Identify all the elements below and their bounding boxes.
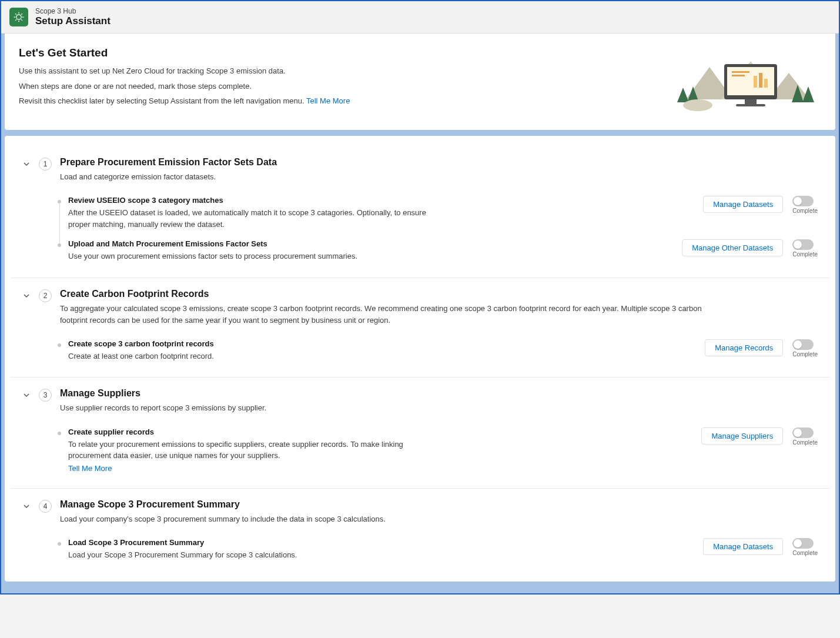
toggle-label: Complete bbox=[792, 550, 818, 556]
step-1: 1 Prepare Procurement Emission Factor Se… bbox=[11, 146, 829, 278]
intro-line1: Use this assistant to set up Net Zero Cl… bbox=[19, 65, 350, 77]
substep-title: Create scope 3 carbon footprint records bbox=[68, 339, 444, 348]
step-number: 3 bbox=[39, 389, 52, 402]
chevron-down-icon[interactable] bbox=[22, 160, 31, 168]
app-frame: Scope 3 Hub Setup Assistant Let's Get St… bbox=[0, 0, 840, 594]
complete-toggle[interactable] bbox=[792, 427, 814, 438]
substep-desc: Load your Scope 3 Procurement Summary fo… bbox=[68, 549, 444, 561]
toggle-label: Complete bbox=[792, 251, 818, 258]
toggle-label: Complete bbox=[792, 208, 818, 214]
substep-desc: Use your own procurement emissions facto… bbox=[68, 250, 444, 262]
step-desc: Load your company's scope 3 procurement … bbox=[60, 513, 386, 525]
substep-title: Upload and Match Procurement Emissions F… bbox=[68, 239, 444, 248]
header-subtitle: Scope 3 Hub bbox=[35, 7, 111, 15]
substep-title: Load Scope 3 Procurement Summary bbox=[68, 538, 444, 547]
intro-heading: Let's Get Started bbox=[19, 46, 350, 59]
svg-rect-15 bbox=[764, 79, 768, 88]
header-text: Scope 3 Hub Setup Assistant bbox=[35, 7, 111, 27]
step-number: 4 bbox=[39, 500, 52, 513]
svg-rect-16 bbox=[745, 99, 757, 104]
step-desc: To aggregate your calculated scope 3 emi… bbox=[60, 303, 712, 326]
substep-dot bbox=[58, 343, 61, 347]
substep-desc: Create at least one carbon footprint rec… bbox=[68, 350, 444, 362]
svg-point-0 bbox=[16, 15, 21, 19]
svg-marker-4 bbox=[677, 88, 689, 102]
intro-text: Let's Get Started Use this assistant to … bbox=[19, 46, 350, 117]
substep: Create supplier records To relate your p… bbox=[58, 423, 818, 477]
manage-datasets-button[interactable]: Manage Datasets bbox=[703, 196, 783, 213]
svg-point-8 bbox=[683, 99, 712, 111]
substep: Upload and Match Procurement Emissions F… bbox=[58, 235, 818, 267]
intro-illustration bbox=[668, 46, 821, 117]
content-area: Let's Get Started Use this assistant to … bbox=[1, 34, 839, 593]
svg-rect-17 bbox=[736, 104, 765, 106]
svg-rect-12 bbox=[732, 75, 745, 76]
step-title: Manage Scope 3 Procurement Summary bbox=[60, 499, 386, 510]
manage-suppliers-button[interactable]: Manage Suppliers bbox=[701, 427, 783, 445]
chevron-down-icon[interactable] bbox=[22, 502, 31, 510]
steps-card: 1 Prepare Procurement Emission Factor Se… bbox=[5, 136, 835, 582]
substep-dot bbox=[58, 243, 61, 247]
tell-me-more-link[interactable]: Tell Me More bbox=[68, 464, 112, 473]
manage-other-datasets-button[interactable]: Manage Other Datasets bbox=[682, 239, 783, 256]
toggle-label: Complete bbox=[792, 351, 818, 358]
intro-line3: Revisit this checklist later by selectin… bbox=[19, 95, 350, 107]
app-icon bbox=[9, 8, 28, 26]
step-title: Manage Suppliers bbox=[60, 388, 266, 399]
chevron-down-icon[interactable] bbox=[22, 391, 31, 399]
step-number: 2 bbox=[39, 289, 52, 302]
header-title: Setup Assistant bbox=[35, 15, 111, 27]
toggle-label: Complete bbox=[792, 439, 818, 446]
step-2: 2 Create Carbon Footprint Records To agg… bbox=[11, 278, 829, 378]
substep: Review USEEIO scope 3 category matches A… bbox=[58, 191, 818, 235]
manage-datasets-button[interactable]: Manage Datasets bbox=[703, 538, 783, 555]
substep-desc: After the USEEIO dataset is loaded, we a… bbox=[68, 207, 444, 230]
step-3: 3 Manage Suppliers Use supplier records … bbox=[11, 378, 829, 488]
manage-records-button[interactable]: Manage Records bbox=[705, 339, 783, 356]
substep: Load Scope 3 Procurement Summary Load yo… bbox=[58, 533, 818, 566]
substep-dot bbox=[58, 542, 61, 546]
substep-dot bbox=[58, 432, 61, 435]
svg-rect-11 bbox=[732, 71, 749, 73]
chevron-down-icon[interactable] bbox=[22, 292, 31, 300]
tell-me-more-link[interactable]: Tell Me More bbox=[306, 96, 350, 105]
step-4: 4 Manage Scope 3 Procurement Summary Loa… bbox=[11, 489, 829, 576]
step-desc: Use supplier records to report scope 3 e… bbox=[60, 402, 266, 414]
substep: Create scope 3 carbon footprint records … bbox=[58, 335, 818, 367]
page-header: Scope 3 Hub Setup Assistant bbox=[1, 1, 839, 34]
substep-title: Review USEEIO scope 3 category matches bbox=[68, 196, 444, 205]
svg-rect-13 bbox=[754, 76, 757, 88]
complete-toggle[interactable] bbox=[792, 239, 814, 250]
step-title: Create Carbon Footprint Records bbox=[60, 289, 712, 299]
complete-toggle[interactable] bbox=[792, 538, 814, 549]
substep-desc: To relate your procurement emissions to … bbox=[68, 439, 444, 462]
step-title: Prepare Procurement Emission Factor Sets… bbox=[60, 157, 277, 168]
svg-rect-14 bbox=[759, 73, 762, 88]
complete-toggle[interactable] bbox=[792, 196, 814, 206]
intro-card: Let's Get Started Use this assistant to … bbox=[5, 34, 835, 130]
substep-title: Create supplier records bbox=[68, 427, 444, 436]
step-number: 1 bbox=[39, 158, 52, 171]
step-desc: Load and categorize emission factor data… bbox=[60, 171, 277, 183]
complete-toggle[interactable] bbox=[792, 339, 814, 350]
intro-line2: When steps are done or are not needed, m… bbox=[19, 81, 350, 92]
